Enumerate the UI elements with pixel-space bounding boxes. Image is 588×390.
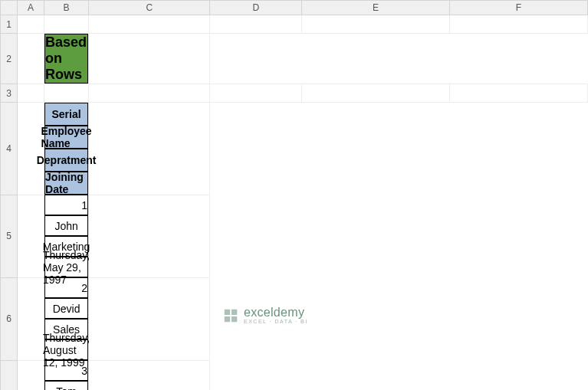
th-dept[interactable]: Depratment (44, 149, 88, 172)
cell[interactable] (18, 15, 44, 34)
row-header[interactable]: 4 (1, 103, 18, 195)
cell[interactable] (302, 15, 449, 34)
title-row: 2 Based on Rows (1, 34, 588, 84)
col-header[interactable]: D (210, 1, 302, 15)
cell[interactable] (89, 34, 210, 84)
cell[interactable] (449, 84, 587, 103)
cell-serial[interactable]: 1 (44, 195, 88, 215)
cell[interactable] (18, 195, 44, 277)
row-header[interactable]: 7 (1, 360, 18, 390)
row-header[interactable]: 2 (1, 34, 18, 84)
cell[interactable] (210, 15, 302, 34)
row: 3 (1, 84, 588, 103)
th-serial[interactable]: Serial (44, 103, 88, 126)
title-cell[interactable]: Based on Rows (44, 34, 88, 84)
cell-date[interactable]: Thursday, May 29, 1997 (44, 257, 88, 277)
row-header[interactable]: 3 (1, 84, 18, 103)
logo-icon (222, 307, 239, 324)
cell[interactable] (89, 103, 210, 195)
cell[interactable] (89, 195, 210, 277)
cell[interactable] (18, 277, 44, 360)
table-row: 5 1 John Marketing Thursday, May 29, 199… (1, 195, 588, 277)
th-name[interactable]: Employee Name (44, 126, 88, 149)
cell[interactable] (89, 277, 210, 360)
table-header-row: 4 Serial Employee Name Depratment Joinin… (1, 103, 588, 195)
grid-table: A B C D E F 1 2 Based on Rows 3 4 Serial… (0, 0, 588, 390)
cell-name[interactable]: John (44, 215, 88, 236)
col-header[interactable]: C (89, 1, 210, 15)
col-header-row: A B C D E F (1, 1, 588, 15)
cell[interactable] (18, 360, 44, 390)
col-header[interactable]: E (302, 1, 449, 15)
row-header[interactable]: 5 (1, 195, 18, 277)
cell[interactable] (18, 103, 44, 195)
cell[interactable] (449, 15, 587, 34)
col-header[interactable]: B (44, 1, 89, 15)
col-header[interactable]: A (18, 1, 44, 15)
cell[interactable] (89, 360, 210, 390)
cell[interactable] (302, 84, 449, 103)
cell[interactable] (44, 84, 89, 103)
select-all-corner[interactable] (1, 1, 18, 15)
col-header[interactable]: F (449, 1, 587, 15)
watermark-logo: exceldemy EXCEL · DATA · BI (222, 306, 308, 324)
spreadsheet: A B C D E F 1 2 Based on Rows 3 4 Serial… (0, 0, 588, 390)
row-header[interactable]: 1 (1, 15, 18, 34)
cell[interactable] (89, 84, 210, 103)
cell[interactable] (44, 15, 89, 34)
logo-text: exceldemy (244, 306, 308, 319)
cell-name[interactable]: Tom (44, 381, 88, 390)
row-header[interactable]: 6 (1, 277, 18, 360)
cell[interactable] (210, 84, 302, 103)
th-date[interactable]: Joining Date (44, 172, 88, 195)
cell-name[interactable]: Devid (44, 298, 88, 319)
cell[interactable] (18, 34, 44, 84)
cell[interactable] (89, 15, 210, 34)
cell[interactable] (18, 84, 44, 103)
cell-date[interactable]: Thursday, August 12, 1999 (44, 339, 88, 360)
row: 1 (1, 15, 588, 34)
logo-subtext: EXCEL · DATA · BI (244, 319, 308, 324)
